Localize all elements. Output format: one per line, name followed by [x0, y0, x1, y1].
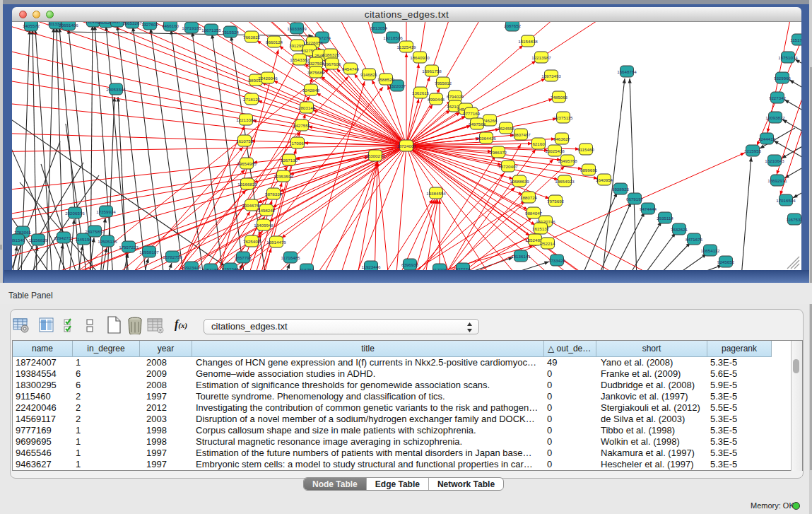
svg-text:937224: 937224 [456, 267, 471, 270]
svg-text:10653267: 10653267 [122, 22, 142, 25]
svg-text:252214: 252214 [541, 241, 555, 246]
svg-text:6794024: 6794024 [447, 94, 464, 99]
svg-text:12505135: 12505135 [98, 239, 117, 244]
svg-text:17006: 17006 [291, 141, 304, 146]
svg-text:12353594: 12353594 [273, 174, 293, 179]
svg-text:19218506: 19218506 [383, 35, 403, 40]
svg-text:19384554: 19384554 [426, 191, 446, 196]
svg-text:12213987: 12213987 [531, 55, 551, 60]
svg-text:12213383: 12213383 [236, 117, 256, 122]
svg-text:14136141: 14136141 [511, 254, 531, 259]
svg-text:3624554: 3624554 [498, 126, 515, 131]
svg-text:9146821: 9146821 [360, 72, 378, 77]
svg-text:7625402: 7625402 [243, 239, 261, 244]
svg-text:7986372: 7986372 [490, 150, 507, 155]
svg-text:23975857: 23975857 [85, 229, 105, 234]
svg-text:1253156: 1253156 [202, 267, 220, 270]
svg-text:6466160: 6466160 [162, 23, 180, 28]
svg-text:7975692: 7975692 [547, 199, 565, 204]
svg-text:15495768: 15495768 [558, 158, 577, 163]
svg-text:12375115: 12375115 [553, 115, 573, 120]
svg-text:9474444: 9474444 [640, 206, 657, 211]
svg-text:16914479: 16914479 [266, 240, 286, 245]
svg-text:2718120: 2718120 [243, 97, 261, 102]
svg-text:1167533: 1167533 [786, 217, 801, 222]
svg-text:11716485: 11716485 [281, 255, 300, 260]
svg-text:8186323: 8186323 [322, 52, 340, 57]
svg-text:10807487: 10807487 [511, 132, 531, 137]
svg-text:22420046: 22420046 [258, 76, 278, 81]
svg-text:9227342: 9227342 [769, 95, 787, 100]
svg-text:15692971: 15692971 [767, 178, 787, 183]
svg-text:9463627: 9463627 [553, 136, 571, 141]
svg-text:16671355: 16671355 [201, 28, 221, 33]
svg-text:9427552: 9427552 [293, 123, 311, 128]
svg-text:2967608: 2967608 [324, 62, 341, 66]
svg-text:1610755: 1610755 [236, 139, 254, 144]
svg-text:11325419: 11325419 [396, 45, 416, 49]
svg-text:16154838: 16154838 [518, 39, 538, 44]
svg-text:16782759: 16782759 [163, 255, 182, 259]
svg-text:11156829: 11156829 [29, 238, 48, 243]
svg-text:1640954: 1640954 [596, 177, 613, 182]
svg-text:18724007: 18724007 [396, 144, 416, 148]
svg-text:417006: 417006 [433, 267, 447, 270]
svg-text:10025438: 10025438 [545, 148, 565, 153]
svg-text:9329966: 9329966 [774, 76, 792, 81]
svg-text:8813054: 8813054 [370, 25, 388, 30]
svg-text:9657791: 9657791 [235, 255, 252, 260]
svg-text:8454749: 8454749 [342, 66, 360, 71]
svg-text:2087652: 2087652 [504, 23, 522, 28]
svg-text:9327508: 9327508 [307, 61, 325, 66]
svg-text:10973493: 10973493 [541, 74, 561, 78]
svg-text:17957223: 17957223 [119, 245, 139, 250]
svg-text:7955812: 7955812 [435, 81, 452, 86]
svg-text:1733426: 1733426 [548, 258, 566, 263]
svg-text:5878334: 5878334 [265, 192, 283, 197]
svg-text:2803144: 2803144 [298, 105, 316, 110]
svg-text:1405572: 1405572 [23, 23, 40, 28]
svg-text:1244415: 1244415 [758, 136, 776, 141]
svg-text:7663822: 7663822 [243, 35, 261, 40]
svg-text:7632621: 7632621 [671, 227, 688, 232]
svg-text:7485063: 7485063 [551, 95, 568, 100]
svg-text:416753: 416753 [300, 267, 314, 270]
svg-text:17359924: 17359924 [96, 209, 116, 214]
svg-text:12942737: 12942737 [54, 235, 73, 240]
svg-text:1498242: 1498242 [258, 208, 276, 213]
svg-text:3875685: 3875685 [307, 70, 325, 75]
svg-text:391546: 391546 [12, 238, 25, 243]
svg-text:6679197: 6679197 [626, 197, 644, 201]
svg-text:12923446: 12923446 [182, 265, 201, 270]
svg-text:10958107: 10958107 [139, 250, 159, 255]
svg-text:16648784: 16648784 [617, 69, 637, 74]
svg-text:19654985: 19654985 [237, 161, 257, 166]
svg-text:1145194: 1145194 [75, 237, 92, 242]
svg-text:1880724: 1880724 [520, 195, 538, 200]
svg-text:6899695: 6899695 [580, 168, 598, 173]
svg-text:20053346: 20053346 [106, 87, 126, 92]
svg-text:8660124: 8660124 [266, 40, 283, 45]
svg-text:20364436: 20364436 [476, 136, 496, 141]
svg-text:6497568: 6497568 [469, 122, 486, 127]
svg-text:16210643: 16210643 [765, 158, 784, 163]
svg-text:7515524: 7515524 [222, 30, 240, 35]
svg-text:18640910: 18640910 [410, 55, 430, 60]
svg-text:1192344: 1192344 [222, 267, 239, 270]
svg-text:15720407: 15720407 [498, 164, 518, 169]
svg-text:9242848: 9242848 [302, 88, 320, 93]
svg-text:19166825: 19166825 [237, 182, 257, 187]
svg-text:13654923: 13654923 [555, 179, 575, 184]
svg-text:10654112: 10654112 [700, 248, 720, 253]
svg-text:16033809: 16033809 [287, 26, 307, 31]
svg-text:16961758: 16961758 [422, 69, 442, 74]
svg-text:1327602: 1327602 [141, 22, 159, 27]
svg-text:9245652: 9245652 [717, 259, 735, 264]
svg-text:9115460: 9115460 [577, 147, 594, 152]
svg-text:62160: 62160 [532, 141, 545, 146]
svg-text:15751074: 15751074 [778, 55, 798, 60]
svg-text:20691406: 20691406 [59, 23, 78, 28]
svg-text:6396930: 6396930 [401, 262, 419, 267]
svg-text:8471676: 8471676 [686, 237, 703, 242]
svg-text:11923446: 11923446 [361, 264, 381, 269]
